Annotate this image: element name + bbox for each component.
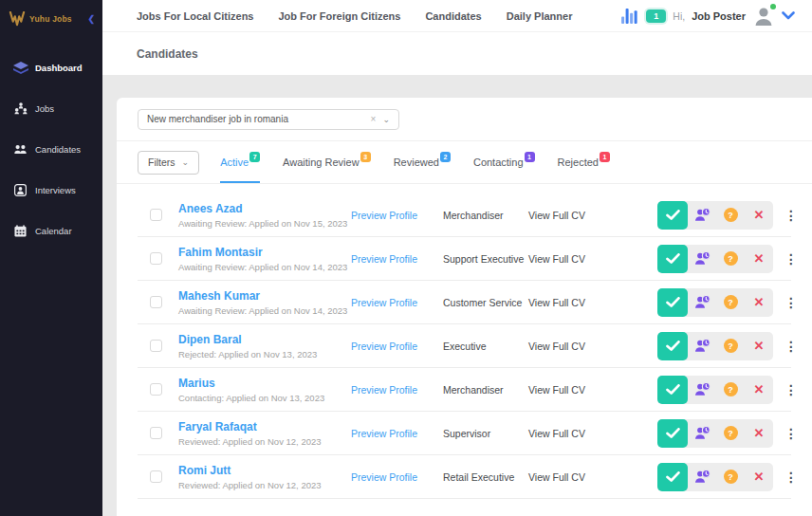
view-full-cv-link[interactable]: View Full CV [528, 384, 657, 396]
reject-button[interactable]: ✕ [745, 463, 773, 491]
question-button[interactable]: ? [716, 376, 745, 404]
row-actions: ? ✕ [657, 419, 773, 448]
candidate-name-link[interactable]: Faryal Rafaqat [178, 420, 351, 433]
approve-check-button[interactable] [657, 288, 688, 317]
select-clear-icon[interactable]: × [371, 114, 377, 124]
reject-button[interactable]: ✕ [745, 376, 773, 404]
candidate-status-text: Awaiting Review: Applied on Nov 14, 2023 [178, 262, 351, 272]
question-button[interactable]: ? [716, 288, 745, 317]
reject-button[interactable]: ✕ [745, 245, 773, 273]
reject-button[interactable]: ✕ [745, 201, 773, 230]
row-more-menu[interactable]: ⋮ [784, 209, 798, 222]
candidate-name-link[interactable]: Fahim Montasir [178, 246, 351, 259]
preview-profile-link[interactable]: Preview Profile [351, 297, 443, 308]
question-button[interactable]: ? [716, 419, 745, 448]
preview-profile-link[interactable]: Preview Profile [351, 384, 443, 396]
row-more-menu[interactable]: ⋮ [784, 340, 798, 353]
approve-check-button[interactable] [657, 376, 688, 404]
sidebar-item-dashboard[interactable]: Dashboard [0, 47, 102, 88]
view-full-cv-link[interactable]: View Full CV [528, 341, 657, 352]
schedule-user-clock-button[interactable] [688, 376, 716, 404]
schedule-user-clock-button[interactable] [688, 201, 716, 230]
job-select-section: New merchandiser job in romania × ⌄ [117, 98, 812, 141]
view-full-cv-link[interactable]: View Full CV [528, 428, 657, 439]
status-tab[interactable]: Active 7 [220, 141, 260, 183]
candidate-name-link[interactable]: Dipen Baral [178, 333, 351, 346]
schedule-user-clock-button[interactable] [688, 332, 716, 360]
schedule-user-clock-button[interactable] [688, 288, 716, 317]
nav-daily-planner[interactable]: Daily Planner [507, 10, 573, 22]
reject-button[interactable]: ✕ [745, 419, 773, 448]
nav-jobs-foreign[interactable]: Job For Foreign Citizens [278, 10, 400, 22]
row-checkbox[interactable] [150, 470, 162, 483]
view-full-cv-link[interactable]: View Full CV [528, 210, 657, 221]
nav-candidates[interactable]: Candidates [425, 10, 481, 22]
candidate-name-link[interactable]: Marius [178, 377, 351, 390]
row-actions: ? ✕ [657, 245, 773, 273]
row-actions: ? ✕ [657, 288, 773, 317]
approve-check-button[interactable] [657, 419, 688, 448]
preview-profile-link[interactable]: Preview Profile [351, 341, 443, 352]
status-tab[interactable]: Reviewed 2 [394, 141, 451, 183]
status-tab[interactable]: Rejected 1 [558, 141, 610, 183]
row-checkbox[interactable] [150, 383, 162, 396]
job-select-dropdown[interactable]: New merchandiser job in romania × ⌄ [138, 109, 399, 130]
candidate-name-link[interactable]: Mahesh Kumar [178, 289, 351, 303]
row-more-menu[interactable]: ⋮ [784, 470, 798, 484]
approve-check-button[interactable] [657, 463, 688, 491]
schedule-user-clock-button[interactable] [688, 419, 716, 448]
view-full-cv-link[interactable]: View Full CV [528, 471, 657, 483]
status-tab[interactable]: Awaiting Review 3 [283, 141, 371, 183]
sidebar-item-jobs[interactable]: Jobs [0, 88, 102, 129]
view-full-cv-link[interactable]: View Full CV [528, 297, 657, 308]
row-checkbox[interactable] [150, 427, 162, 439]
sidebar-item-interviews[interactable]: Interviews [0, 170, 102, 211]
job-select-value: New merchandiser job in romania [147, 114, 288, 124]
nav-jobs-local[interactable]: Jobs For Local Citizens [137, 10, 253, 22]
approve-check-button[interactable] [657, 201, 688, 230]
filters-button[interactable]: Filters ⌄ [138, 151, 199, 175]
candidate-name-link[interactable]: Romi Jutt [178, 464, 351, 477]
candidate-info: Fahim Montasir Awaiting Review: Applied … [178, 246, 351, 272]
approve-check-button[interactable] [657, 332, 688, 360]
approve-check-button[interactable] [657, 245, 688, 273]
row-checkbox[interactable] [150, 209, 162, 221]
status-tab[interactable]: Contacting 1 [473, 141, 535, 183]
row-more-menu[interactable]: ⋮ [784, 383, 798, 396]
stats-bars-icon[interactable] [621, 9, 639, 24]
candidate-name-link[interactable]: Anees Azad [178, 202, 351, 215]
row-checkbox[interactable] [150, 296, 162, 308]
candidate-row: Romi Jutt Reviewed: Applied on Nov 12, 2… [138, 455, 791, 499]
sidebar-item-calendar[interactable]: Calendar [0, 211, 102, 251]
row-checkbox[interactable] [150, 252, 162, 265]
schedule-user-clock-button[interactable] [688, 245, 716, 273]
user-menu-chevron-icon[interactable] [782, 11, 795, 20]
row-checkbox[interactable] [150, 340, 162, 352]
candidate-row: Marius Contacting: Applied on Nov 13, 20… [138, 368, 791, 412]
schedule-user-clock-button[interactable] [688, 463, 716, 491]
reject-button[interactable]: ✕ [745, 332, 773, 360]
tab-count-badge: 1 [600, 152, 610, 162]
question-button[interactable]: ? [716, 245, 745, 273]
preview-profile-link[interactable]: Preview Profile [351, 253, 443, 265]
question-button[interactable]: ? [716, 201, 745, 230]
preview-profile-link[interactable]: Preview Profile [351, 471, 443, 483]
question-button[interactable]: ? [716, 463, 745, 491]
row-more-menu[interactable]: ⋮ [784, 296, 798, 309]
sidebar-item-candidates[interactable]: Candidates [0, 129, 102, 170]
job-title: Supervisor [443, 428, 528, 439]
avatar[interactable] [752, 6, 775, 27]
view-full-cv-link[interactable]: View Full CV [528, 253, 657, 265]
candidate-status-text: Reviewed: Applied on Nov 12, 2023 [178, 480, 351, 490]
candidate-status-text: Reviewed: Applied on Nov 12, 2023 [178, 436, 351, 447]
reject-button[interactable]: ✕ [745, 288, 773, 317]
preview-profile-link[interactable]: Preview Profile [351, 428, 443, 439]
row-more-menu[interactable]: ⋮ [784, 252, 798, 266]
sidebar-collapse-icon[interactable]: ❮ [87, 14, 95, 24]
top-nav: Jobs For Local Citizens Job For Foreign … [137, 10, 572, 22]
preview-profile-link[interactable]: Preview Profile [351, 210, 443, 221]
question-button[interactable]: ? [716, 332, 745, 360]
row-more-menu[interactable]: ⋮ [784, 427, 798, 440]
reject-x-icon: ✕ [754, 339, 765, 353]
select-caret-icon[interactable]: ⌄ [382, 115, 390, 124]
